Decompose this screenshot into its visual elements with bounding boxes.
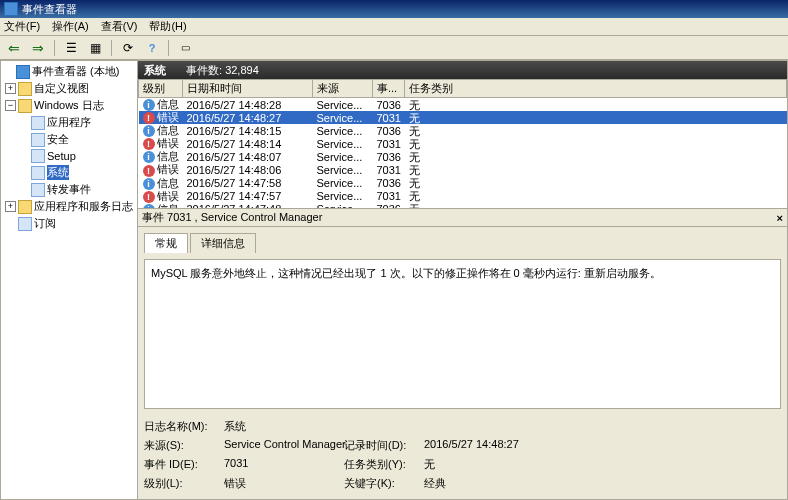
- error-icon: !: [143, 191, 155, 203]
- separator: [168, 40, 169, 56]
- tree-forwarded[interactable]: 转发事件: [1, 181, 137, 198]
- info-icon: i: [143, 178, 155, 190]
- folder-icon: [18, 200, 32, 214]
- window-titlebar: 事件查看器: [0, 0, 788, 18]
- log-icon: [31, 133, 45, 147]
- expand-icon[interactable]: +: [5, 201, 16, 212]
- content-header: 系统 事件数: 32,894: [138, 61, 787, 79]
- tree-security[interactable]: 安全: [1, 131, 137, 148]
- refresh-button[interactable]: [118, 39, 138, 57]
- col-source[interactable]: 来源: [313, 80, 373, 98]
- error-icon: !: [143, 112, 155, 124]
- label-logged: 记录时间(D):: [344, 438, 424, 453]
- app-icon: [4, 2, 18, 16]
- help-button[interactable]: [142, 39, 162, 57]
- tree-system[interactable]: 系统: [1, 164, 137, 181]
- value-keywords: 经典: [424, 476, 604, 491]
- eventviewer-icon: [16, 65, 30, 79]
- label-log-name: 日志名称(M):: [144, 419, 224, 434]
- tab-general[interactable]: 常规: [144, 233, 188, 253]
- log-icon: [31, 149, 45, 163]
- error-icon: !: [143, 165, 155, 177]
- event-grid[interactable]: 级别 日期和时间 来源 事... 任务类别 i信息2016/5/27 14:48…: [138, 79, 787, 209]
- toolbar: [0, 36, 788, 60]
- label-event-id: 事件 ID(E):: [144, 457, 224, 472]
- label-task-cat: 任务类别(Y):: [344, 457, 424, 472]
- table-row[interactable]: !错误2016/5/27 14:48:27Service...7031无: [139, 111, 787, 124]
- tree-custom-views[interactable]: +自定义视图: [1, 80, 137, 97]
- tree-root[interactable]: 事件查看器 (本地): [1, 63, 137, 80]
- menu-help[interactable]: 帮助(H): [149, 19, 186, 34]
- table-row[interactable]: !错误2016/5/27 14:47:57Service...7031无: [139, 190, 787, 203]
- separator: [111, 40, 112, 56]
- expand-icon[interactable]: +: [5, 83, 16, 94]
- close-icon[interactable]: ×: [777, 212, 783, 224]
- detail-title-text: 事件 7031 , Service Control Manager: [142, 210, 322, 225]
- nav-tree[interactable]: 事件查看器 (本地) +自定义视图 −Windows 日志 应用程序 安全 Se…: [0, 60, 138, 500]
- forward-button[interactable]: [28, 39, 48, 57]
- menu-file[interactable]: 文件(F): [4, 19, 40, 34]
- value-logged: 2016/5/27 14:48:27: [424, 438, 604, 453]
- table-row[interactable]: !错误2016/5/27 14:48:14Service...7031无: [139, 137, 787, 150]
- col-eventid[interactable]: 事...: [373, 80, 405, 98]
- log-icon: [31, 116, 45, 130]
- log-icon: [31, 166, 45, 180]
- properties-button[interactable]: [85, 39, 105, 57]
- table-row[interactable]: i信息2016/5/27 14:48:28Service...7036无: [139, 98, 787, 112]
- table-row[interactable]: !错误2016/5/27 14:48:06Service...7031无: [139, 163, 787, 176]
- log-icon: [18, 217, 32, 231]
- info-icon: i: [143, 125, 155, 137]
- info-icon: i: [143, 151, 155, 163]
- separator: [54, 40, 55, 56]
- table-row[interactable]: i信息2016/5/27 14:47:58Service...7036无: [139, 177, 787, 190]
- event-count: 32,894: [225, 64, 259, 76]
- col-category[interactable]: 任务类别: [405, 80, 787, 98]
- event-properties: 日志名称(M): 系统 来源(S): Service Control Manag…: [144, 419, 781, 491]
- value-event-id: 7031: [224, 457, 344, 472]
- log-title: 系统: [144, 64, 166, 76]
- tree-setup[interactable]: Setup: [1, 148, 137, 164]
- back-button[interactable]: [4, 39, 24, 57]
- value-task-cat: 无: [424, 457, 604, 472]
- collapse-icon[interactable]: −: [5, 100, 16, 111]
- col-level[interactable]: 级别: [139, 80, 183, 98]
- table-row[interactable]: i信息2016/5/27 14:48:15Service...7036无: [139, 124, 787, 137]
- detail-header: 事件 7031 , Service Control Manager ×: [138, 209, 787, 227]
- tree-subscriptions[interactable]: 订阅: [1, 215, 137, 232]
- action-button[interactable]: [61, 39, 81, 57]
- value-source: Service Control Manager: [224, 438, 344, 453]
- col-datetime[interactable]: 日期和时间: [183, 80, 313, 98]
- error-icon: !: [143, 138, 155, 150]
- count-label: 事件数:: [186, 64, 222, 76]
- value-log-name: 系统: [224, 419, 344, 434]
- event-message: MySQL 服务意外地终止，这种情况已经出现了 1 次。以下的修正操作将在 0 …: [144, 259, 781, 409]
- log-icon: [31, 183, 45, 197]
- folder-icon: [18, 99, 32, 113]
- tree-app-service-logs[interactable]: +应用程序和服务日志: [1, 198, 137, 215]
- folder-icon: [18, 82, 32, 96]
- table-row[interactable]: i信息2016/5/27 14:48:07Service...7036无: [139, 150, 787, 163]
- label-level: 级别(L):: [144, 476, 224, 491]
- menu-action[interactable]: 操作(A): [52, 19, 89, 34]
- value-level: 错误: [224, 476, 344, 491]
- info-icon: i: [143, 99, 155, 111]
- detail-tabs: 常规 详细信息: [138, 227, 787, 253]
- detail-body: MySQL 服务意外地终止，这种情况已经出现了 1 次。以下的修正操作将在 0 …: [138, 253, 787, 499]
- tree-windows-logs[interactable]: −Windows 日志: [1, 97, 137, 114]
- menu-view[interactable]: 查看(V): [101, 19, 138, 34]
- tree-application[interactable]: 应用程序: [1, 114, 137, 131]
- tab-details[interactable]: 详细信息: [190, 233, 256, 253]
- window-title: 事件查看器: [22, 2, 77, 17]
- label-keywords: 关键字(K):: [344, 476, 424, 491]
- menubar: 文件(F) 操作(A) 查看(V) 帮助(H): [0, 18, 788, 36]
- label-source: 来源(S):: [144, 438, 224, 453]
- view-button[interactable]: [175, 39, 195, 57]
